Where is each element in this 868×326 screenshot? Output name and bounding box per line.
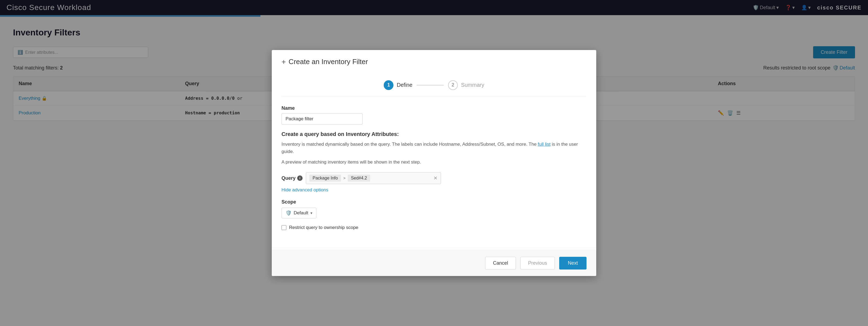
scope-label: Scope — [281, 199, 587, 205]
cancel-button[interactable]: Cancel — [485, 257, 516, 269]
modal-title: + Create an Inventory Filter — [281, 58, 587, 66]
scope-select[interactable]: 🛡️ Default ▾ — [281, 207, 316, 219]
query-clear-icon[interactable]: ✕ — [433, 175, 437, 181]
query-info-icon[interactable]: i — [297, 175, 303, 181]
previous-button[interactable]: Previous — [520, 257, 555, 269]
query-tag-box[interactable]: Package Info > Sed#4.2 ✕ — [306, 172, 441, 184]
restrict-label: Restrict query to ownership scope — [289, 225, 358, 230]
scope-shield-icon: 🛡️ — [285, 210, 291, 216]
query-desc-1: Inventory is matched dynamically based o… — [281, 140, 587, 155]
query-tag-package-info: Package Info — [309, 175, 341, 182]
query-desc-2: A preview of matching inventory items wi… — [281, 158, 587, 166]
scope-value: Default — [294, 210, 308, 216]
next-button[interactable]: Next — [559, 257, 587, 269]
create-inventory-filter-modal: + Create an Inventory Filter 1 Define 2 … — [272, 50, 596, 276]
restrict-checkbox[interactable] — [281, 225, 286, 230]
advanced-options-link[interactable]: Hide advanced options — [281, 187, 587, 193]
wizard-stepper: 1 Define 2 Summary — [281, 74, 587, 97]
full-list-link[interactable]: full list — [538, 142, 551, 147]
name-label: Name — [281, 105, 587, 111]
plus-icon: + — [281, 58, 286, 66]
modal-footer: Cancel Previous Next — [272, 250, 596, 276]
modal-overlay[interactable]: + Create an Inventory Filter 1 Define 2 … — [0, 0, 868, 326]
step-2-circle: 2 — [448, 80, 458, 90]
query-label: Query i — [281, 175, 303, 181]
restrict-checkbox-row: Restrict query to ownership scope — [281, 225, 587, 230]
scope-caret-icon: ▾ — [310, 211, 312, 215]
step-1-circle: 1 — [384, 80, 394, 90]
name-input[interactable] — [281, 113, 363, 125]
query-section-title: Create a query based on Inventory Attrib… — [281, 131, 587, 137]
modal-header: + Create an Inventory Filter — [272, 50, 596, 66]
step-2: 2 Summary — [448, 80, 484, 90]
query-tag-sed: Sed#4.2 — [348, 175, 370, 182]
scope-section: Scope 🛡️ Default ▾ — [281, 199, 587, 219]
step-connector — [417, 85, 444, 86]
query-description-group: Create a query based on Inventory Attrib… — [281, 131, 587, 166]
modal-body: Name Create a query based on Inventory A… — [272, 97, 596, 246]
step-1: 1 Define — [384, 80, 412, 90]
step-2-label: Summary — [461, 82, 484, 88]
name-field-group: Name — [281, 105, 587, 125]
modal-divider — [272, 248, 596, 248]
query-field-row: Query i Package Info > Sed#4.2 ✕ — [281, 172, 587, 184]
step-1-label: Define — [397, 82, 412, 88]
query-arrow: > — [343, 176, 345, 180]
